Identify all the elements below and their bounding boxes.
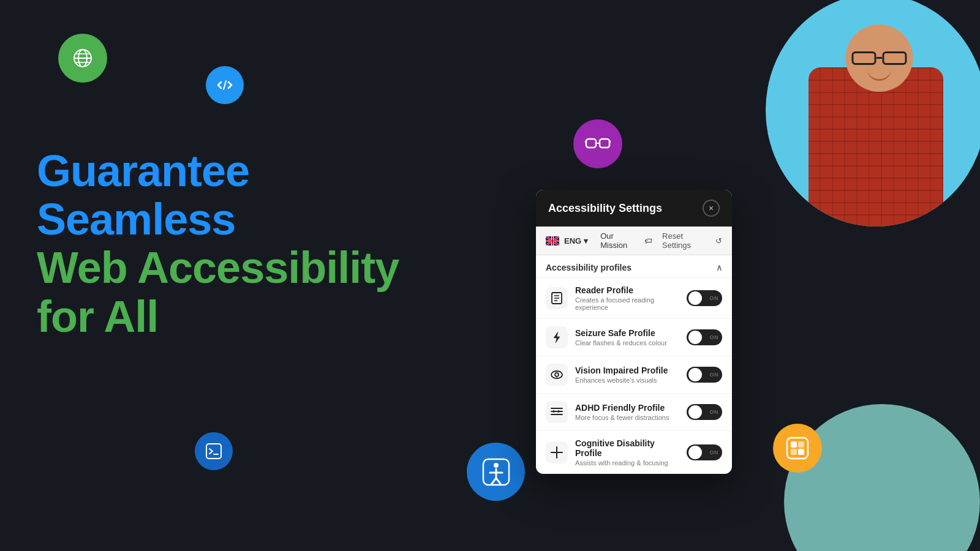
seizure-profile-desc: Clear flashes & reduces colour <box>575 339 679 347</box>
adhd-profile-info: ADHD Friendly Profile More focus & fewer… <box>575 403 679 421</box>
svg-rect-7 <box>600 139 609 148</box>
plus-cross-icon <box>550 446 564 459</box>
reader-profile-item: Reader Profile Creates a focused reading… <box>536 277 732 318</box>
vision-profile-info: Vision Impaired Profile Enhances website… <box>575 365 679 384</box>
cognitive-profile-item: Cognitive Disability Profile Assists wit… <box>536 430 732 474</box>
reader-profile-toggle[interactable]: OFF ON <box>687 290 722 306</box>
svg-rect-16 <box>791 449 797 455</box>
our-mission-button[interactable]: Our Mission 🏷 <box>600 231 652 250</box>
language-selector[interactable]: ENG ▾ <box>546 236 588 246</box>
vision-profile-item: Vision Impaired Profile Enhances website… <box>536 356 732 393</box>
lang-chevron: ▾ <box>584 236 588 246</box>
vision-profile-desc: Enhances website's visuals <box>575 377 679 384</box>
accessibility-settings-panel: Accessibility Settings × ENG ▾ Our Miss <box>536 190 732 474</box>
glasses-icon <box>573 119 622 168</box>
flag-icon <box>546 236 559 246</box>
hero-line2: Seamless <box>37 195 399 244</box>
accessibility-profiles-section: Accessibility profiles ∧ <box>536 255 732 277</box>
eye-icon <box>550 368 564 381</box>
svg-rect-11 <box>206 444 221 459</box>
lang-label: ENG <box>564 236 581 246</box>
reset-label: Reset Settings <box>662 231 713 250</box>
accessibility-widget-icon <box>467 443 525 501</box>
hero-line1: Guarantee <box>37 147 399 195</box>
svg-line-23 <box>496 478 500 484</box>
reset-icon: ↺ <box>715 236 722 246</box>
cognitive-profile-name: Cognitive Disability Profile <box>575 438 679 458</box>
svg-point-37 <box>551 371 562 378</box>
adhd-profile-item: ADHD Friendly Profile More focus & fewer… <box>536 393 732 430</box>
reader-profile-desc: Creates a focused reading experience <box>575 296 679 311</box>
panel-header: Accessibility Settings × <box>536 190 732 227</box>
cognitive-profile-info: Cognitive Disability Profile Assists wit… <box>575 438 679 467</box>
svg-line-5 <box>224 81 226 89</box>
reader-profile-icon <box>546 287 568 309</box>
mission-icon: 🏷 <box>644 236 652 246</box>
svg-rect-15 <box>798 441 804 448</box>
svg-rect-6 <box>586 139 596 148</box>
person-head <box>846 24 913 92</box>
adhd-profile-name: ADHD Friendly Profile <box>575 403 679 413</box>
seizure-profile-item: Seizure Safe Profile Clear flashes & red… <box>536 318 732 356</box>
grid-lines-icon <box>550 405 564 419</box>
close-button[interactable]: × <box>703 200 720 217</box>
cognitive-profile-desc: Assists with reading & focusing <box>575 459 679 467</box>
code-icon <box>206 66 244 104</box>
svg-rect-13 <box>787 438 808 459</box>
svg-rect-32 <box>546 240 559 241</box>
profiles-list: Reader Profile Creates a focused reading… <box>536 277 732 474</box>
lightning-icon <box>550 331 564 344</box>
svg-point-19 <box>494 463 499 468</box>
seizure-profile-toggle[interactable]: OFF ON <box>687 329 722 345</box>
cognitive-profile-icon <box>546 441 568 463</box>
photo-area <box>760 0 980 233</box>
vision-profile-toggle[interactable]: OFF ON <box>687 367 722 383</box>
reset-settings-button[interactable]: Reset Settings ↺ <box>662 231 722 250</box>
section-label: Accessibility profiles <box>546 263 631 272</box>
seizure-profile-info: Seizure Safe Profile Clear flashes & red… <box>575 328 679 347</box>
panel-toolbar: ENG ▾ Our Mission 🏷 Reset Settings ↺ <box>536 227 732 255</box>
book-icon <box>550 291 564 305</box>
section-chevron[interactable]: ∧ <box>716 263 722 272</box>
reader-profile-name: Reader Profile <box>575 285 679 295</box>
svg-point-38 <box>555 373 559 377</box>
hero-line4: for All <box>37 293 399 341</box>
cognitive-profile-toggle[interactable]: OFF ON <box>687 444 722 460</box>
terminal-icon <box>195 432 233 470</box>
hero-text-block: Guarantee Seamless Web Accessibility for… <box>37 147 399 341</box>
adhd-profile-desc: More focus & fewer distractions <box>575 414 679 421</box>
vision-profile-icon <box>546 364 568 386</box>
seizure-profile-name: Seizure Safe Profile <box>575 328 679 338</box>
panel-title: Accessibility Settings <box>548 202 662 215</box>
globe-icon <box>58 34 107 83</box>
svg-rect-14 <box>791 441 797 448</box>
svg-line-22 <box>492 478 496 484</box>
reader-profile-info: Reader Profile Creates a focused reading… <box>575 285 679 311</box>
adhd-profile-toggle[interactable]: OFF ON <box>687 404 722 420</box>
adhd-profile-icon <box>546 401 568 423</box>
hero-line3: Web Accessibility <box>37 244 399 292</box>
mission-label: Our Mission <box>600 231 642 250</box>
box-widget-icon <box>773 424 822 473</box>
vision-profile-name: Vision Impaired Profile <box>575 365 679 375</box>
svg-rect-17 <box>798 449 804 455</box>
photo-circle <box>766 0 980 227</box>
seizure-profile-icon <box>546 326 568 348</box>
